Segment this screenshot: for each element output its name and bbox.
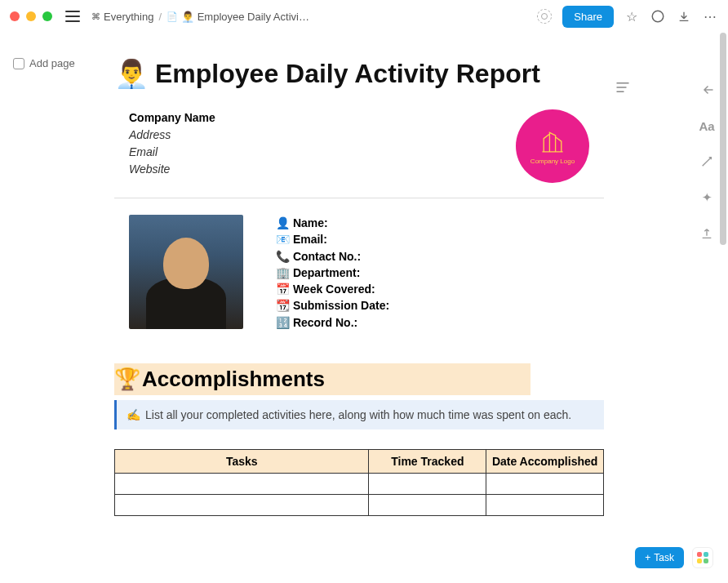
maximize-window-icon[interactable]: [42, 11, 52, 21]
company-website: Website: [129, 161, 215, 178]
right-rail: Aa ✦: [699, 82, 715, 242]
grid-icon: ⌘: [91, 11, 100, 22]
more-icon[interactable]: ⋯: [702, 8, 718, 24]
add-page-button[interactable]: Add page: [13, 57, 75, 69]
building-icon: [538, 128, 567, 158]
table-row[interactable]: [115, 495, 604, 516]
table-cell[interactable]: [369, 495, 486, 516]
employee-field: 📅 Week Covered:: [276, 281, 389, 297]
table-header: Date Accomplished: [486, 450, 604, 474]
table-cell[interactable]: [369, 474, 486, 495]
download-icon[interactable]: [676, 8, 692, 24]
company-email: Email: [129, 144, 215, 161]
accomplishments-title: Accomplishments: [142, 367, 325, 392]
company-info[interactable]: Company Name Address Email Website: [129, 109, 215, 178]
font-settings-icon[interactable]: Aa: [699, 118, 715, 134]
table-cell[interactable]: [115, 474, 369, 495]
doc-icon: 📄: [166, 11, 178, 22]
window-controls: [10, 11, 52, 21]
table-cell[interactable]: [115, 495, 369, 516]
title-text: Employee Daily Activity Report: [155, 59, 540, 89]
employee-field: 🏢 Department:: [276, 265, 389, 281]
new-task-button[interactable]: + Task: [635, 547, 684, 568]
page-title[interactable]: 👨‍💼 Employee Daily Activity Report: [114, 57, 604, 90]
collapse-icon[interactable]: [699, 82, 715, 98]
employee-field: 🔢 Record No.:: [276, 314, 389, 331]
logo-text: Company Logo: [530, 158, 575, 165]
company-logo[interactable]: Company Logo: [516, 109, 589, 183]
callout-text: List all your completed activities here,…: [145, 408, 571, 421]
employee-photo[interactable]: [129, 215, 243, 329]
document-body: 👨‍💼 Employee Daily Activity Report Compa…: [114, 57, 604, 516]
table-header: Time Tracked: [369, 450, 486, 474]
table-cell[interactable]: [486, 474, 604, 495]
breadcrumb-doc[interactable]: 📄 👨‍💼 Employee Daily Activi…: [166, 11, 309, 23]
history-icon[interactable]: [536, 8, 553, 24]
breadcrumb-root[interactable]: ⌘ Everything: [91, 11, 153, 23]
accomplishments-table[interactable]: TasksTime TrackedDate Accomplished: [114, 449, 604, 516]
svg-point-0: [652, 11, 664, 22]
topbar-actions: Share ☆ ⋯: [536, 6, 718, 28]
table-header: Tasks: [115, 450, 369, 474]
divider: [114, 198, 604, 198]
ai-icon[interactable]: [699, 154, 715, 170]
export-icon[interactable]: [699, 225, 715, 242]
accomplishments-heading[interactable]: 🏆Accomplishments: [114, 363, 530, 395]
plus-icon: +: [645, 552, 650, 563]
title-emoji: 👨‍💼: [114, 57, 149, 90]
employee-fields[interactable]: 👤 Name:📧 Email:📞 Contact No.:🏢 Departmen…: [276, 215, 389, 331]
accomplishments-callout[interactable]: ✍️ List all your completed activities he…: [114, 400, 604, 429]
table-row[interactable]: [115, 474, 604, 495]
close-window-icon[interactable]: [10, 11, 20, 21]
breadcrumb-root-label: Everything: [104, 11, 153, 23]
breadcrumb-doc-label: 👨‍💼 Employee Daily Activi…: [181, 11, 309, 23]
trophy-icon: 🏆: [114, 367, 140, 392]
add-page-icon: [13, 58, 24, 69]
employee-info-row: 👤 Name:📧 Email:📞 Contact No.:🏢 Departmen…: [114, 215, 604, 331]
apps-button[interactable]: [692, 547, 713, 568]
employee-field: 📧 Email:: [276, 231, 389, 247]
topbar: ⌘ Everything / 📄 👨‍💼 Employee Daily Acti…: [0, 0, 728, 33]
company-name: Company Name: [129, 109, 215, 127]
toc-icon[interactable]: [615, 82, 630, 96]
sparkle-icon[interactable]: ✦: [699, 189, 715, 206]
share-button[interactable]: Share: [562, 6, 614, 28]
minimize-window-icon[interactable]: [26, 11, 36, 21]
scrollbar-thumb[interactable]: [720, 33, 726, 245]
add-page-label: Add page: [29, 57, 75, 69]
task-label: Task: [654, 552, 674, 563]
comments-icon[interactable]: [650, 8, 666, 24]
employee-field: 📞 Contact No.:: [276, 248, 389, 265]
favorite-icon[interactable]: ☆: [624, 8, 640, 24]
apps-icon: [697, 552, 708, 563]
employee-field: 📆 Submission Date:: [276, 297, 389, 314]
breadcrumb: ⌘ Everything / 📄 👨‍💼 Employee Daily Acti…: [91, 11, 309, 23]
writing-icon: ✍️: [127, 408, 140, 421]
company-header: Company Name Address Email Website Compa…: [114, 109, 604, 198]
table-cell[interactable]: [486, 495, 604, 516]
company-address: Address: [129, 127, 215, 144]
employee-field: 👤 Name:: [276, 215, 389, 231]
sidebar-toggle-icon[interactable]: [65, 11, 80, 22]
breadcrumb-separator: /: [158, 11, 162, 23]
